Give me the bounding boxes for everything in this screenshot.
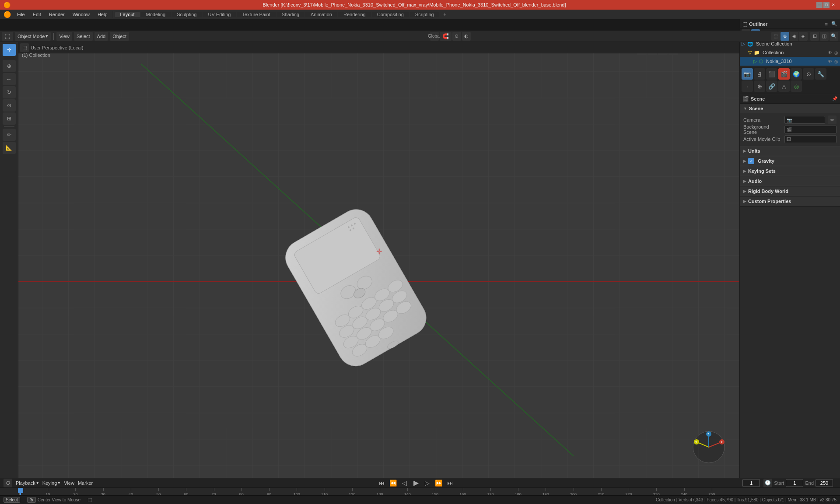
prev-keyframe-btn[interactable]: ◁: [400, 478, 410, 488]
current-frame-display[interactable]: 1: [742, 479, 760, 487]
properties-pin[interactable]: 📌: [832, 96, 837, 101]
view-layer-properties[interactable]: ⬛: [766, 68, 777, 80]
mesh-visibility[interactable]: 👁: [828, 59, 832, 64]
title-bar-controls[interactable]: ─ □ ✕: [816, 2, 836, 8]
transform-tool[interactable]: ⊞: [3, 112, 16, 125]
tab-scripting[interactable]: Scripting: [410, 12, 439, 17]
xray-toggle[interactable]: ◫: [820, 32, 829, 41]
select-tool[interactable]: ✛: [3, 44, 16, 56]
tab-rendering[interactable]: Rendering: [338, 12, 371, 17]
start-frame-value[interactable]: 1: [786, 479, 803, 487]
tab-modeling[interactable]: Modeling: [141, 12, 171, 17]
wireframe-shading[interactable]: ⬚: [771, 32, 780, 41]
filter-icon[interactable]: ≡: [825, 21, 828, 27]
tab-compositing[interactable]: Compositing: [372, 12, 409, 17]
timeline-controls: ⏮ ⏪ ◁ ▶ ▷ ⏩ ⏭: [96, 478, 735, 488]
tab-shading[interactable]: Shading: [276, 12, 304, 17]
minimize-button[interactable]: ─: [816, 2, 822, 8]
keying-sets-header[interactable]: ▶ Keying Sets: [740, 166, 840, 176]
bg-scene-value[interactable]: 🎬: [784, 126, 836, 133]
add-workspace-button[interactable]: +: [440, 11, 450, 18]
menu-file[interactable]: File: [14, 11, 28, 18]
playback-menu[interactable]: Playback ▾: [16, 480, 39, 486]
tab-uv-editing[interactable]: UV Editing: [203, 12, 236, 17]
measure-tool[interactable]: 📐: [3, 142, 16, 154]
editor-type-button[interactable]: ⬚: [2, 32, 13, 41]
scene-properties[interactable]: 🎬: [778, 68, 790, 80]
select-menu[interactable]: Select: [74, 32, 93, 41]
prev-frame-btn[interactable]: ⏪: [388, 478, 398, 488]
global-orientation[interactable]: Global: [430, 32, 439, 41]
world-properties[interactable]: 🌍: [791, 68, 802, 80]
end-frame-value[interactable]: 250: [816, 479, 833, 487]
gravity-checkbox[interactable]: ✓: [748, 158, 754, 164]
collection-visibility[interactable]: 👁: [828, 50, 832, 55]
menu-render[interactable]: Render: [46, 11, 68, 18]
zoom-button[interactable]: 🔍: [830, 32, 838, 41]
collection-viewport[interactable]: ◎: [834, 50, 838, 55]
rendered-shading[interactable]: ◈: [799, 32, 808, 41]
menu-window[interactable]: Window: [69, 11, 93, 18]
next-keyframe-btn[interactable]: ▷: [423, 478, 432, 488]
tab-texture-paint[interactable]: Texture Paint: [237, 12, 275, 17]
physics-properties[interactable]: ⊕: [754, 80, 765, 92]
solid-shading[interactable]: ⊕: [780, 32, 789, 41]
jump-start-btn[interactable]: ⏮: [377, 478, 387, 488]
rotate-tool[interactable]: ↻: [3, 86, 16, 98]
scene-section: ▼ Scene Camera 📷 ✏ Background Scene 🎬: [740, 104, 840, 146]
outliner-collection[interactable]: ▽ 📁 Collection 👁 ◎: [740, 48, 840, 57]
modifier-properties[interactable]: 🔧: [815, 68, 826, 80]
tab-layout[interactable]: Layout: [115, 12, 140, 17]
render-properties[interactable]: 📷: [742, 68, 753, 80]
object-properties[interactable]: ⊙: [803, 68, 814, 80]
mode-selector[interactable]: Object Mode ▾: [15, 32, 51, 41]
clock-icon[interactable]: 🕐: [763, 479, 772, 487]
outliner-nokia-mesh[interactable]: ▷ ⬡ Nokia_3310 👁 ◎: [740, 57, 840, 66]
jump-end-btn[interactable]: ⏭: [445, 478, 455, 488]
output-properties[interactable]: 🖨: [754, 68, 765, 80]
menu-blender[interactable]: 🟠: [2, 10, 13, 19]
maximize-button[interactable]: □: [823, 2, 830, 8]
gravity-section-header[interactable]: ▶ ✓ Gravity: [740, 156, 840, 166]
mesh-viewport[interactable]: ◎: [834, 59, 838, 64]
custom-props-header[interactable]: ▶ Custom Properties: [740, 196, 840, 206]
units-section-header[interactable]: ▶ Units: [740, 146, 840, 156]
scene-section-header[interactable]: ▼ Scene: [740, 104, 840, 113]
main-viewport[interactable]: ⬚ User Perspective (Local): [18, 42, 739, 478]
snap-button[interactable]: 🧲: [440, 32, 452, 41]
close-button[interactable]: ✕: [830, 2, 836, 8]
annotate-tool[interactable]: ✏: [3, 129, 16, 141]
proportional-falloff[interactable]: ◐: [462, 32, 471, 41]
audio-header[interactable]: ▶ Audio: [740, 176, 840, 186]
scale-tool[interactable]: ⊙: [3, 99, 16, 112]
menu-edit[interactable]: Edit: [29, 11, 45, 18]
navigation-gizmo[interactable]: X Y Z: [691, 430, 726, 465]
view-menu[interactable]: View: [56, 32, 72, 41]
menu-help[interactable]: Help: [94, 11, 111, 18]
play-btn[interactable]: ▶: [411, 478, 421, 488]
particles-properties[interactable]: ·: [742, 80, 753, 92]
overlay-toggle[interactable]: ⊞: [810, 32, 819, 41]
cursor-tool[interactable]: ⊕: [3, 60, 16, 72]
tab-animation[interactable]: Animation: [305, 12, 337, 17]
material-properties[interactable]: ◎: [791, 80, 802, 92]
camera-value[interactable]: 📷: [784, 116, 825, 124]
viewport-editor-btn[interactable]: ⬚: [20, 43, 29, 52]
camera-edit-btn[interactable]: ✏: [828, 116, 836, 124]
keying-menu[interactable]: Keying ▾: [42, 480, 61, 486]
movie-clip-value[interactable]: 🎞: [784, 135, 836, 143]
timeline-editor-btn[interactable]: ⏱: [4, 479, 12, 487]
next-frame-btn[interactable]: ⏩: [434, 478, 444, 488]
constraints-properties[interactable]: 🔗: [766, 80, 777, 92]
rigid-body-header[interactable]: ▶ Rigid Body World: [740, 186, 840, 196]
marker-menu[interactable]: Marker: [78, 480, 93, 486]
move-tool[interactable]: ↔: [3, 73, 16, 85]
data-properties[interactable]: △: [778, 80, 790, 92]
material-shading[interactable]: ◉: [790, 32, 798, 41]
outliner-search-icon[interactable]: 🔍: [831, 21, 837, 27]
view-menu-tl[interactable]: View: [64, 480, 74, 486]
add-menu[interactable]: Add: [94, 32, 108, 41]
tab-sculpting[interactable]: Sculpting: [172, 12, 202, 17]
object-menu[interactable]: Object: [110, 32, 129, 41]
proportional-edit[interactable]: ⊙: [452, 32, 461, 41]
